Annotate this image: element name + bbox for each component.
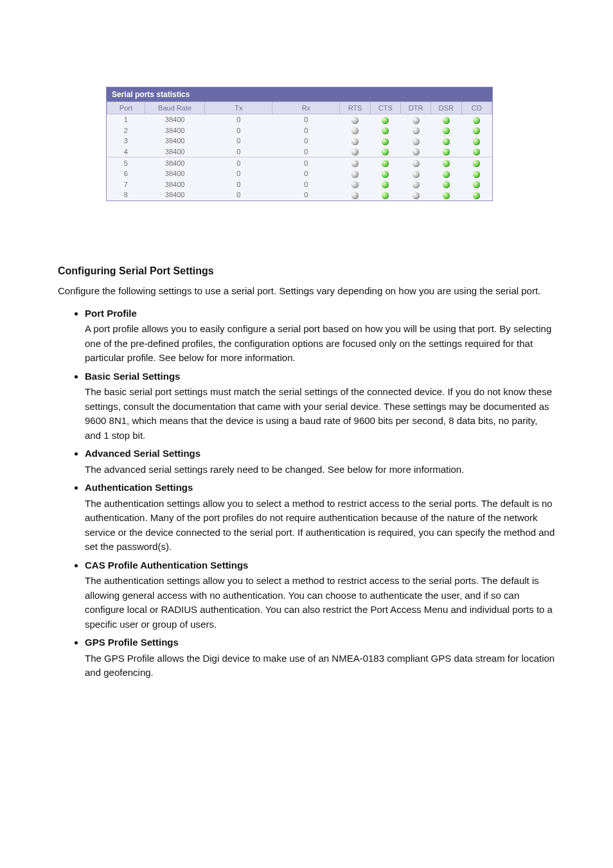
- item-heading: Authentication Settings: [85, 482, 193, 493]
- status-led-icon: [473, 171, 480, 178]
- cell-port: 1: [107, 114, 145, 125]
- cell-port: 3: [107, 136, 145, 146]
- cell-baud: 38400: [145, 190, 204, 200]
- status-led-icon: [473, 181, 480, 188]
- cell-baud: 38400: [145, 114, 204, 125]
- col-cd: CD: [461, 102, 492, 114]
- col-dsr: DSR: [431, 102, 461, 114]
- status-led-icon: [443, 171, 450, 178]
- status-led-icon: [351, 160, 359, 167]
- cell-baud: 38400: [145, 136, 204, 146]
- cell-tx: 0: [205, 168, 272, 179]
- status-led-icon: [413, 117, 420, 124]
- document-body: Configuring Serial Port Settings Configu…: [58, 244, 555, 688]
- item-heading: Advanced Serial Settings: [85, 448, 200, 459]
- status-led-icon: [413, 171, 420, 178]
- status-led-icon: [443, 181, 450, 188]
- section-heading: Configuring Serial Port Settings: [58, 263, 555, 279]
- item-body: The GPS Profile allows the Digi device t…: [85, 651, 555, 680]
- table-row: 43840000: [107, 146, 492, 157]
- cell-tx: 0: [205, 157, 272, 168]
- item-body: The advanced serial settings rarely need…: [85, 463, 555, 477]
- item-body: The authentication settings allow you to…: [85, 574, 555, 632]
- panel-title: Serial ports statistics: [107, 87, 492, 102]
- item-heading: CAS Profile Authentication Settings: [85, 560, 248, 571]
- status-led-icon: [351, 192, 359, 199]
- cell-port: 6: [107, 168, 145, 179]
- cell-rx: 0: [272, 146, 340, 157]
- list-item: Advanced Serial SettingsThe advanced ser…: [85, 447, 555, 477]
- cell-baud: 38400: [145, 146, 204, 157]
- cell-tx: 0: [205, 179, 272, 190]
- cell-port: 5: [107, 157, 145, 168]
- list-item: Basic Serial SettingsThe basic serial po…: [85, 369, 555, 443]
- status-led-icon: [473, 192, 480, 199]
- cell-baud: 38400: [145, 125, 204, 136]
- list-item: Authentication SettingsThe authenticatio…: [85, 481, 555, 554]
- cell-baud: 38400: [145, 168, 204, 179]
- status-led-icon: [382, 148, 389, 155]
- cell-port: 4: [107, 146, 145, 157]
- serial-ports-table: PortBaud RateTxRxRTSCTSDTRDSRCD 13840000…: [107, 102, 492, 200]
- status-led-icon: [351, 127, 359, 134]
- status-led-icon: [443, 138, 450, 145]
- table-row: 83840000: [107, 190, 492, 200]
- table-row: 63840000: [107, 168, 492, 179]
- col-port: Port: [107, 102, 145, 114]
- cell-baud: 38400: [145, 179, 204, 190]
- item-heading: Basic Serial Settings: [85, 371, 180, 382]
- status-led-icon: [413, 127, 420, 134]
- cell-rx: 0: [272, 114, 340, 125]
- status-led-icon: [351, 171, 359, 178]
- status-led-icon: [413, 148, 420, 155]
- cell-rx: 0: [272, 168, 340, 179]
- status-led-icon: [443, 192, 450, 199]
- cell-rx: 0: [272, 125, 340, 136]
- col-rx: Rx: [272, 102, 340, 114]
- status-led-icon: [473, 160, 480, 167]
- status-led-icon: [413, 181, 420, 188]
- status-led-icon: [473, 117, 480, 124]
- col-rts: RTS: [340, 102, 370, 114]
- list-item: GPS Profile SettingsThe GPS Profile allo…: [85, 635, 555, 680]
- status-led-icon: [473, 127, 480, 134]
- status-led-icon: [443, 127, 450, 134]
- status-led-icon: [382, 138, 389, 145]
- cell-rx: 0: [272, 179, 340, 190]
- cell-port: 7: [107, 179, 145, 190]
- status-led-icon: [413, 160, 420, 167]
- status-led-icon: [382, 117, 389, 124]
- status-led-icon: [443, 160, 450, 167]
- col-cts: CTS: [370, 102, 400, 114]
- status-led-icon: [413, 138, 420, 145]
- table-row: 53840000: [107, 157, 492, 168]
- cell-baud: 38400: [145, 157, 204, 168]
- cell-tx: 0: [205, 125, 272, 136]
- serial-ports-panel: Serial ports statistics PortBaud RateTxR…: [106, 87, 493, 201]
- col-dtr: DTR: [401, 102, 431, 114]
- intro-paragraph: Configure the following settings to use …: [58, 284, 555, 299]
- cell-tx: 0: [205, 190, 272, 200]
- cell-tx: 0: [205, 136, 272, 146]
- cell-rx: 0: [272, 136, 340, 146]
- table-row: 23840000: [107, 125, 492, 136]
- cell-port: 2: [107, 125, 145, 136]
- status-led-icon: [382, 181, 389, 188]
- item-body: A port profile allows you to easily conf…: [85, 322, 555, 366]
- list-item: CAS Profile Authentication SettingsThe a…: [85, 558, 555, 632]
- cell-rx: 0: [272, 157, 340, 168]
- col-tx: Tx: [205, 102, 272, 114]
- item-heading: GPS Profile Settings: [85, 637, 179, 648]
- item-body: The basic serial port settings must matc…: [85, 385, 555, 443]
- status-led-icon: [382, 192, 389, 199]
- status-led-icon: [382, 160, 389, 167]
- status-led-icon: [351, 181, 359, 188]
- status-led-icon: [382, 171, 389, 178]
- status-led-icon: [473, 138, 480, 145]
- table-row: 73840000: [107, 179, 492, 190]
- table-row: 13840000: [107, 114, 492, 125]
- item-heading: Port Profile: [85, 308, 137, 319]
- cell-rx: 0: [272, 190, 340, 200]
- cell-tx: 0: [205, 114, 272, 125]
- status-led-icon: [443, 117, 450, 124]
